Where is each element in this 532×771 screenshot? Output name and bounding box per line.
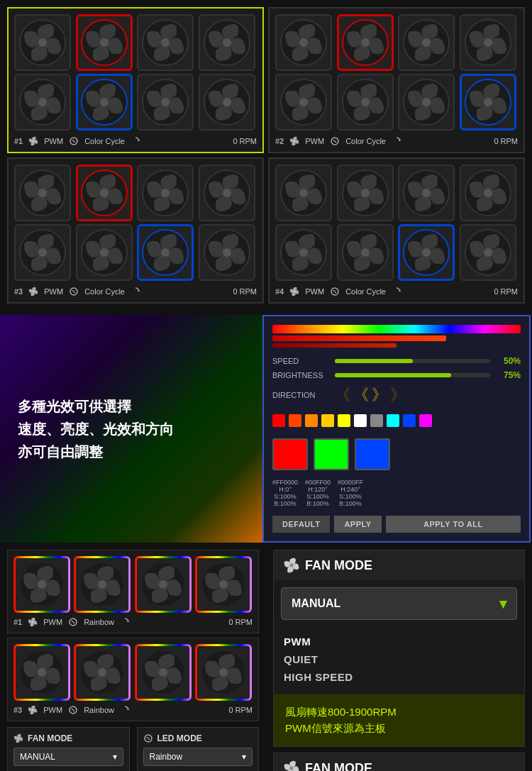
rainbow-fan-group-1[interactable]: #1 PWM Rainbow 0 RPM (7, 550, 259, 633)
arrow-right-1[interactable]: 》 (372, 384, 387, 406)
fan-type-4: PWM (305, 287, 324, 296)
fan-group-2[interactable]: #2 PWM Color Cycle 0 RPM (268, 7, 525, 153)
fan-1-4 (199, 14, 255, 71)
svg-point-31 (422, 98, 431, 106)
swatch-orange[interactable] (305, 414, 318, 427)
swatch-large-red[interactable] (272, 438, 308, 470)
default-button[interactable]: DEFAULT (272, 516, 330, 533)
fan-2-2 (337, 14, 394, 71)
led-mode-dropdown[interactable]: Rainbow ▾ (143, 748, 253, 766)
svg-point-59 (422, 189, 431, 197)
swatch-cyan[interactable] (387, 414, 399, 427)
swatch-white[interactable] (354, 414, 367, 427)
swatch-blue[interactable] (403, 414, 416, 427)
fan-mode-card-icon (284, 558, 299, 573)
direction-label: DIRECTION (272, 391, 329, 399)
svg-point-37 (38, 189, 47, 197)
svg-point-67 (422, 248, 431, 257)
svg-point-13 (161, 98, 170, 106)
bottom-right-panel: FAN MODE MANUAL ▾ PWM QUIET HIGH SPEED 風… (266, 543, 532, 771)
apply-button[interactable]: APPLY (334, 516, 381, 533)
swatch-large-green[interactable] (314, 438, 349, 470)
mode-selector-top[interactable]: MANUAL ▾ (281, 587, 517, 620)
svg-point-34 (294, 140, 296, 143)
led-mode-header: LED MODE (143, 733, 253, 743)
fan-4-6 (337, 224, 394, 281)
spectrum-bar-rainbow (272, 325, 521, 333)
speed-label: SPEED (272, 357, 329, 365)
svg-point-73 (38, 580, 46, 589)
svg-point-1 (38, 38, 47, 47)
fan-3-5 (14, 224, 71, 281)
svg-point-47 (100, 248, 109, 257)
led-icon-1 (69, 136, 79, 146)
fan-3-1 (14, 165, 71, 221)
fan-2-5 (275, 74, 332, 131)
fan-mode-icon (13, 733, 23, 743)
swatch-magenta[interactable] (419, 414, 432, 427)
arrow-left-2[interactable]: 《 (353, 384, 369, 406)
mode-quiet[interactable]: QUIET (284, 650, 514, 668)
fan-type-3: PWM (44, 287, 63, 296)
fan-group-3[interactable]: #3 PWM Color Cycle 0 RPM (7, 157, 264, 304)
fan-mode-1: Color Cycle (84, 137, 125, 145)
fan-4-4 (460, 165, 516, 221)
rainbow-led-icon-3 (68, 705, 78, 715)
brightness-row: BRIGHTNESS 75% (272, 370, 521, 380)
fan-1-8 (199, 74, 255, 131)
color-h-red: H:0° (272, 486, 298, 493)
color-hex-green: #00FF00 (305, 479, 331, 486)
brightness-label: BRIGHTNESS (272, 371, 329, 379)
speed-row: SPEED 50% (272, 356, 521, 366)
fan-2-4 (460, 14, 516, 71)
fan-4-8 (460, 224, 516, 281)
rainbow-fan-3-4 (195, 644, 252, 701)
brightness-slider[interactable] (335, 373, 490, 377)
svg-point-25 (484, 38, 492, 47)
mode-list: PWM QUIET HIGH SPEED (274, 627, 524, 692)
fan-2-6 (337, 74, 394, 131)
svg-point-55 (299, 189, 308, 197)
arrow-right-2[interactable]: 》 (390, 384, 406, 406)
fan-mode-dropdown[interactable]: MANUAL ▾ (13, 748, 123, 766)
rainbow-fan-3-1 (13, 644, 70, 701)
fan-1-5 (14, 74, 71, 131)
led-mode-chevron: ▾ (242, 752, 246, 762)
svg-point-7 (223, 38, 231, 47)
color-b-blue: B:100% (338, 500, 363, 507)
rainbow-fan-icon-1 (28, 617, 38, 627)
mode-pwm[interactable]: PWM (284, 633, 514, 650)
swatch-orange-red[interactable] (289, 414, 301, 427)
fan-status-2: #2 PWM Color Cycle 0 RPM (275, 136, 518, 146)
color-hex-blue: #0000FF (338, 479, 363, 486)
arrow-left-1[interactable]: 《 (335, 384, 350, 406)
brightness-fill (335, 373, 451, 377)
svg-point-70 (294, 291, 296, 293)
rainbow-fan-1-4 (195, 556, 252, 613)
color-info-green: #00FF00 H:120° S:100% B:100% (305, 479, 331, 507)
fan-group-1[interactable]: #1 PWM Color Cycle 0 RPM (7, 7, 264, 153)
mode-high-speed[interactable]: HIGH SPEED (284, 668, 514, 686)
swatch-red[interactable] (272, 414, 285, 427)
color-h-blue: H:240° (338, 486, 363, 493)
rpm-icon-1 (131, 136, 140, 146)
middle-section: 多種光效可供選擇 速度、亮度、光效和方向 亦可自由調整 SPEED 50% (0, 315, 532, 543)
rainbow-fan-grid-3 (13, 644, 253, 701)
fan-mode-card-title: FAN MODE (274, 550, 524, 580)
fan-rows: #1 PWM Color Cycle 0 RPM (7, 7, 525, 308)
speed-slider[interactable] (335, 359, 490, 363)
svg-point-51 (223, 248, 231, 257)
swatch-gray[interactable] (370, 414, 383, 427)
rainbow-fan-group-3[interactable]: #3 PWM Rainbow 0 RPM (7, 638, 259, 721)
apply-all-button[interactable]: APPLY TO ALL (386, 516, 521, 533)
fan-4-3 (398, 165, 455, 221)
led-mode-selected: Rainbow (150, 752, 183, 762)
fan-group-4[interactable]: #4 PWM Color Cycle 0 RPM (268, 157, 525, 304)
svg-point-92 (18, 738, 20, 740)
svg-point-41 (161, 189, 170, 197)
swatch-bright-yellow[interactable] (338, 414, 350, 427)
swatch-yellow[interactable] (321, 414, 334, 427)
svg-point-19 (299, 38, 308, 47)
fan-status-3: #3 PWM Color Cycle 0 RPM (14, 287, 257, 296)
swatch-large-blue[interactable] (355, 438, 390, 470)
